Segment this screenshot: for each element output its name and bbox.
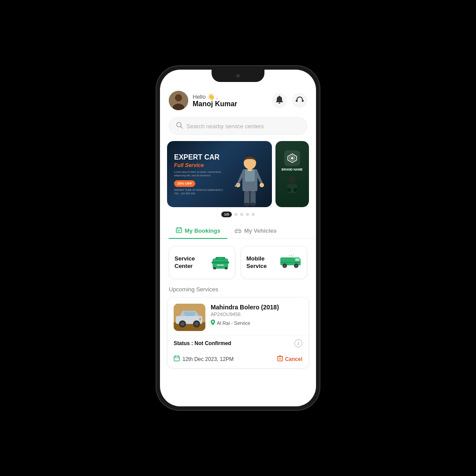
svg-rect-34 [217,258,223,259]
dot-3 [240,213,243,216]
svg-point-10 [260,183,264,187]
svg-line-5 [181,126,182,128]
tab-vehicles[interactable]: My Vehicles [227,223,284,239]
svg-rect-13 [250,191,256,205]
car-name: Mahindra Bolero (2018) [211,304,302,311]
avatar-image [169,91,188,110]
service-center-label: ServiceCenter [175,255,195,270]
calendar-icon [174,355,180,363]
svg-point-46 [284,265,285,266]
svg-rect-42 [280,257,294,265]
banner-services: REPAINT TUNE UP SERVICE EMERGENCY [174,189,227,191]
car-plate: AP24OU9456 [211,312,302,317]
svg-point-54 [292,256,293,257]
greeting-block: Hello 👋, Manoj Kumar [193,93,237,108]
side-brand-text: BRAND NAME [282,168,303,171]
dot-2 [234,213,238,216]
tab-bar: My Bookings My Vehicles [160,220,316,239]
svg-point-52 [293,254,294,255]
svg-point-23 [294,188,297,192]
banner-subtitle: Full Service [174,162,227,168]
headset-icon [296,96,304,105]
svg-rect-68 [278,357,283,361]
service-center-icon [211,253,230,272]
bookings-tab-icon [176,227,182,234]
svg-point-22 [287,188,291,192]
location-pin-icon [211,320,215,327]
header-icons [272,93,307,108]
cancel-label: Cancel [285,356,302,362]
user-name: Manoj Kumar [193,100,237,108]
search-placeholder: Search nearby service centers [186,123,300,130]
mobile-service-icon [279,253,301,272]
trash-icon [277,355,283,363]
svg-point-40 [226,268,227,269]
booking-date: 12th Dec 2023, 12PM [174,355,234,363]
side-mechanic-img [281,175,303,198]
service-center-card[interactable]: ServiceCenter [169,246,235,279]
info-icon[interactable]: i [294,339,302,347]
slide-indicator: 1/5 [221,212,231,217]
booking-footer: 12th Dec 2023, 12PM Cance [167,351,309,368]
tab-bookings[interactable]: My Bookings [169,223,227,239]
svg-point-53 [289,255,290,256]
brand-logo-icon [287,153,298,164]
car-info: Mahindra Bolero (2018) AP24OU9456 Al Rai… [211,304,302,327]
svg-rect-35 [212,261,229,264]
date-text: 12th Dec 2023, 12PM [182,356,234,362]
notch-dot [236,74,240,78]
greeting-text: Hello 👋, [193,93,237,100]
phone-screen: Hello 👋, Manoj Kumar [160,70,316,406]
svg-point-3 [279,103,280,104]
svg-rect-16 [248,168,252,171]
mobile-service-card[interactable]: MobileService [241,246,307,279]
status-text: Status : Not Confirmed [174,340,231,346]
search-bar[interactable]: Search nearby service centers [169,117,307,135]
banner-discount: 25% OFF [174,180,195,187]
svg-point-1 [175,94,182,101]
svg-rect-8 [245,169,255,182]
banner-title: EXPERT CAR [174,153,227,161]
booking-top: Mahindra Bolero (2018) AP24OU9456 Al Rai… [167,298,309,335]
svg-rect-62 [199,318,201,320]
banner-text: EXPERT CAR Full Service Lorem ipsum dolo… [174,153,227,194]
screen-content: Hello 👋, Manoj Kumar [160,70,316,406]
side-logo [284,150,300,166]
svg-rect-64 [174,356,179,361]
cancel-button[interactable]: Cancel [277,355,302,363]
banner-person [232,150,268,207]
phone-frame: Hello 👋, Manoj Kumar [156,66,320,410]
svg-rect-12 [244,191,249,205]
side-mechanic-illustration [281,175,303,197]
carousel-dots: 1/5 [160,212,316,217]
tab-bookings-label: My Bookings [185,227,220,234]
car-thumbnail [174,304,205,331]
service-type-cards: ServiceCenter [160,239,316,286]
booking-card: Mahindra Bolero (2018) AP24OU9456 Al Rai… [167,297,309,368]
avatar [169,91,188,110]
notification-icon [276,96,283,105]
svg-rect-43 [280,262,301,263]
banner-main-card: EXPERT CAR Full Service Lorem ipsum dolo… [167,141,272,207]
svg-point-61 [195,322,198,326]
notification-button[interactable] [272,93,287,108]
location-text: Al Rai - Service [217,320,250,326]
svg-point-15 [250,203,256,206]
search-icon [176,122,183,130]
header-left: Hello 👋, Manoj Kumar [169,91,237,110]
svg-point-63 [212,321,214,323]
svg-point-14 [244,203,250,206]
dot-4 [246,213,249,216]
notch [212,70,264,82]
car-thumb-image [174,304,205,331]
dot-5 [252,213,255,216]
svg-point-59 [181,322,184,326]
booking-status-row: Status : Not Confirmed i [167,335,309,351]
svg-point-38 [214,268,215,269]
headset-button[interactable] [292,93,307,108]
vehicles-tab-icon [234,227,242,234]
banner-desc: Lorem ipsum dolor sit amet, consectetur … [174,170,227,178]
mechanic-illustration [234,154,265,207]
svg-point-49 [296,265,297,266]
svg-marker-19 [291,157,294,160]
